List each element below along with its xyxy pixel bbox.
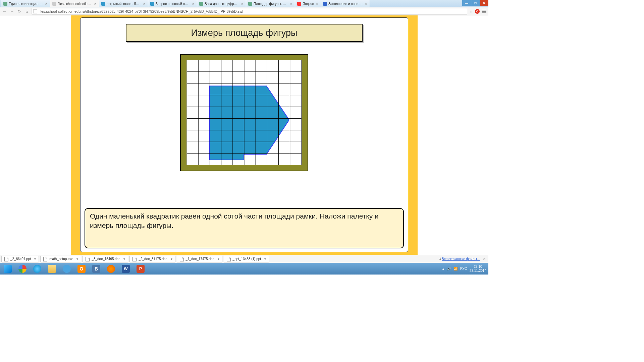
download-item[interactable]: _2_86401.ppt▾ bbox=[1, 256, 39, 262]
download-menu-button[interactable]: ▾ bbox=[123, 257, 125, 261]
browser-tab-bar: Единая коллекция Цифр×files.school-colle… bbox=[0, 0, 488, 7]
svg-marker-0 bbox=[210, 86, 289, 160]
tray-chevron-icon[interactable]: ▴ bbox=[442, 267, 444, 270]
tab-title: files.school-collection.ed bbox=[58, 2, 92, 6]
tab-title: Заполнение и проверка bbox=[328, 2, 363, 6]
instruction-box: Один маленький квадратик равен одной сот… bbox=[85, 208, 404, 248]
grid-svg bbox=[186, 60, 302, 165]
file-icon bbox=[43, 257, 47, 261]
favicon-icon bbox=[3, 2, 7, 6]
tab-close-button[interactable]: × bbox=[192, 2, 195, 6]
grid-frame[interactable] bbox=[180, 54, 308, 171]
file-icon bbox=[227, 257, 231, 261]
download-item[interactable]: _3_doc_15495.doc▾ bbox=[83, 256, 128, 262]
download-menu-button[interactable]: ▾ bbox=[171, 257, 172, 261]
tab-title: открытый класс - 565 ты bbox=[107, 2, 141, 6]
favicon-icon bbox=[150, 2, 154, 6]
tray-network-icon[interactable]: 📶 bbox=[453, 267, 458, 270]
tab-close-button[interactable]: × bbox=[143, 2, 146, 6]
tab-close-button[interactable]: × bbox=[315, 2, 319, 6]
browser-tab[interactable]: Запрос на новый парол× bbox=[148, 0, 197, 7]
download-filename: _ppt_13433 (1).ppt bbox=[233, 257, 261, 261]
download-item[interactable]: _ppt_13433 (1).ppt▾ bbox=[224, 256, 269, 262]
activity-title-text: Измерь площадь фигуры bbox=[191, 28, 298, 38]
tab-title: Запрос на новый парол bbox=[156, 2, 190, 6]
tab-title: Яндекс bbox=[303, 2, 314, 6]
tab-title: База данных цифровых о bbox=[205, 2, 239, 6]
browser-tab[interactable]: Единая коллекция Цифр× bbox=[1, 0, 50, 7]
windows-taskbar: O B W P ▴ 🔊 📶 РУС 23:10 23.11.2014 bbox=[0, 263, 488, 275]
address-bar[interactable]: files.school-collection.edu.ru/dlrstore/… bbox=[32, 8, 467, 15]
download-item[interactable]: _1_doc_17475.doc▾ bbox=[177, 256, 222, 262]
browser-tab[interactable]: files.school-collection.ed× bbox=[50, 0, 99, 7]
tab-close-button[interactable]: × bbox=[289, 2, 293, 6]
tab-close-button[interactable]: × bbox=[45, 2, 48, 6]
file-icon bbox=[4, 257, 8, 261]
favicon-icon bbox=[52, 2, 56, 6]
show-all-downloads-link[interactable]: Все скачанные файлы... bbox=[442, 257, 480, 261]
tab-close-button[interactable]: × bbox=[94, 2, 97, 6]
browser-tab[interactable]: Заполнение и проверка× bbox=[321, 0, 370, 7]
tray-clock[interactable]: 23:10 23.11.2014 bbox=[470, 265, 486, 273]
taskbar-app-word[interactable]: W bbox=[119, 263, 133, 274]
tray-volume-icon[interactable]: 🔊 bbox=[447, 267, 451, 270]
grid-canvas[interactable] bbox=[186, 60, 302, 165]
favicon-icon bbox=[248, 2, 252, 6]
activity-card: Измерь площадь фигуры Один маленький ква… bbox=[80, 17, 408, 252]
browser-tab[interactable]: База данных цифровых о× bbox=[197, 0, 246, 7]
adblock-icon[interactable]: O bbox=[475, 9, 480, 14]
browser-tab[interactable]: Площадь фигуры. Квадр× bbox=[246, 0, 295, 7]
tray-date: 23.11.2014 bbox=[470, 269, 486, 273]
taskbar-app-explorer[interactable] bbox=[45, 263, 59, 274]
tab-close-button[interactable]: × bbox=[364, 2, 368, 6]
forward-button[interactable]: → bbox=[9, 9, 15, 14]
bookmark-star-icon[interactable]: ☆ bbox=[469, 9, 473, 14]
download-menu-button[interactable]: ▾ bbox=[218, 257, 219, 261]
back-button[interactable]: ← bbox=[2, 9, 7, 14]
download-filename: _1_doc_17475.doc bbox=[186, 257, 214, 261]
file-icon bbox=[180, 257, 184, 261]
download-menu-button[interactable]: ▾ bbox=[34, 257, 36, 261]
browser-tab[interactable]: открытый класс - 565 ты× bbox=[99, 0, 148, 7]
favicon-icon bbox=[101, 2, 105, 6]
download-shelf: _2_86401.ppt▾math_setup.exe▾_3_doc_15495… bbox=[0, 255, 488, 263]
tray-language[interactable]: РУС bbox=[460, 267, 467, 270]
download-item[interactable]: _2_doc_31175.doc▾ bbox=[129, 256, 175, 262]
url-text: files.school-collection.edu.ru/dlrstore/… bbox=[39, 9, 243, 13]
download-filename: _2_doc_31175.doc bbox=[139, 257, 167, 261]
tab-title: Единая коллекция Цифр bbox=[9, 2, 43, 6]
browser-tab[interactable]: Яндекс× bbox=[295, 0, 321, 7]
window-close-button[interactable]: ✕ bbox=[480, 0, 488, 6]
system-tray[interactable]: ▴ 🔊 📶 РУС 23:10 23.11.2014 bbox=[442, 265, 486, 273]
file-icon bbox=[132, 257, 137, 261]
taskbar-app-media[interactable] bbox=[60, 263, 74, 274]
taskbar-app-ok[interactable]: O bbox=[74, 263, 89, 274]
download-menu-button[interactable]: ▾ bbox=[264, 257, 266, 261]
browser-toolbar: ← → ⟳ ⌂ files.school-collection.edu.ru/d… bbox=[0, 7, 488, 15]
window-maximize-button[interactable]: □ bbox=[471, 0, 480, 6]
chrome-menu-button[interactable] bbox=[482, 10, 486, 13]
window-controls: — □ ✕ bbox=[462, 0, 488, 6]
tray-time: 23:10 bbox=[470, 265, 486, 269]
taskbar-app-firefox[interactable] bbox=[104, 263, 118, 274]
favicon-icon bbox=[297, 2, 301, 6]
download-filename: math_setup.exe bbox=[49, 257, 73, 261]
window-minimize-button[interactable]: — bbox=[462, 0, 471, 6]
instruction-text: Один маленький квадратик равен одной сот… bbox=[90, 212, 379, 229]
reload-button[interactable]: ⟳ bbox=[17, 9, 22, 14]
favicon-icon bbox=[199, 2, 203, 6]
start-button[interactable] bbox=[1, 263, 15, 274]
page-icon bbox=[33, 9, 37, 13]
taskbar-app-vk[interactable]: B bbox=[89, 263, 103, 274]
taskbar-app-ie[interactable] bbox=[30, 263, 44, 274]
tab-close-button[interactable]: × bbox=[240, 2, 244, 6]
download-item[interactable]: math_setup.exe▾ bbox=[40, 256, 81, 262]
taskbar-app-powerpoint[interactable]: P bbox=[133, 263, 148, 274]
download-filename: _3_doc_15495.doc bbox=[92, 257, 120, 261]
home-button[interactable]: ⌂ bbox=[24, 9, 30, 14]
tab-title: Площадь фигуры. Квадр bbox=[254, 2, 288, 6]
close-download-shelf-button[interactable]: ✕ bbox=[483, 257, 486, 261]
taskbar-app-chrome[interactable] bbox=[15, 263, 30, 274]
download-menu-button[interactable]: ▾ bbox=[76, 257, 78, 261]
download-arrow-icon: ⬇ bbox=[439, 257, 441, 261]
